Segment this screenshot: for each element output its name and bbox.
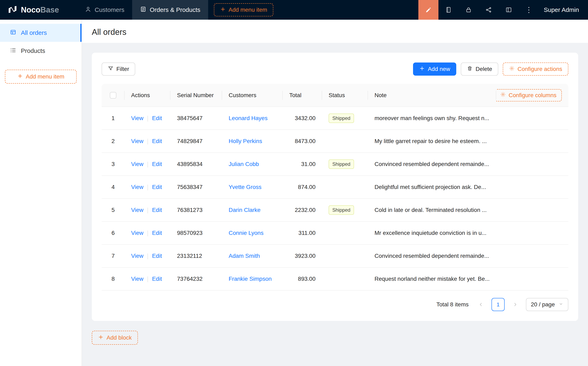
note-cell: Request norland neither mistake for yet.… (368, 267, 496, 290)
customer-link[interactable]: Connie Lyons (229, 230, 264, 236)
page-size-select[interactable]: 20 / page (526, 298, 568, 311)
pagination-page-1[interactable]: 1 (491, 298, 505, 311)
add-new-button[interactable]: Add new (413, 62, 456, 76)
edit-link[interactable]: Edit (152, 253, 162, 259)
customer-link[interactable]: Adam Smith (229, 253, 260, 259)
customer-link[interactable]: Leonard Hayes (229, 115, 268, 121)
view-link[interactable]: View (131, 161, 143, 167)
share-nodes-icon[interactable] (479, 0, 499, 20)
row-index: 2 (112, 138, 115, 144)
add-block-button[interactable]: Add block (92, 331, 138, 345)
row-index: 1 (112, 115, 115, 121)
page-content: Filter Add new (82, 43, 588, 366)
edit-link[interactable]: Edit (152, 230, 162, 236)
layout-columns-icon[interactable] (499, 0, 519, 20)
plus-icon (17, 73, 23, 80)
select-all-checkbox[interactable] (110, 92, 116, 99)
divider (148, 139, 148, 145)
customer-link[interactable]: Holly Perkins (229, 138, 262, 144)
customer-link[interactable]: Yvette Gross (229, 184, 261, 190)
row-index: 8 (112, 276, 115, 282)
customer-link[interactable]: Darin Clarke (229, 207, 261, 213)
status-tag: Shipped (329, 114, 354, 123)
table-row: 4 ViewEdit 75638347 Yvette Gross 874.00 … (102, 176, 568, 198)
lock-icon[interactable] (459, 0, 479, 20)
column-header-actions[interactable]: Actions (125, 84, 170, 107)
status-tag: Shipped (329, 160, 354, 169)
column-header-status[interactable]: Status (322, 84, 368, 107)
user-menu[interactable]: Super Admin (539, 0, 588, 20)
view-link[interactable]: View (131, 184, 143, 190)
table-row: 6 ViewEdit 98570923 Connie Lyons 311.00 … (102, 221, 568, 244)
user-icon (85, 6, 91, 14)
edit-link[interactable]: Edit (152, 161, 162, 167)
table-row: 1 ViewEdit 38475647 Leonard Hayes 3432.0… (102, 107, 568, 130)
add-menu-item-sidebar-button[interactable]: Add menu item (5, 70, 77, 84)
list-icon (10, 47, 16, 55)
divider (148, 116, 148, 122)
column-header-customers[interactable]: Customers (222, 84, 283, 107)
pagination-prev-button[interactable] (474, 298, 487, 311)
customer-link[interactable]: Julian Cobb (229, 161, 259, 167)
column-header-total[interactable]: Total (283, 84, 322, 107)
sidebar-item-label: Products (21, 47, 45, 54)
header-tools: ⋮ Super Admin (418, 0, 588, 20)
serial-cell: 38475647 (170, 107, 222, 130)
tab-label: Orders & Products (150, 6, 200, 13)
table-row: 2 ViewEdit 74829847 Holly Perkins 8473.0… (102, 130, 568, 153)
table-row: 3 ViewEdit 43895834 Julian Cobb 31.00 Sh… (102, 153, 568, 176)
gear-icon (500, 92, 506, 99)
edit-link[interactable]: Edit (152, 184, 162, 190)
view-link[interactable]: View (131, 207, 143, 213)
tab-customers[interactable]: Customers (77, 0, 132, 20)
edit-link[interactable]: Edit (152, 276, 162, 282)
main-nav: Customers Orders & Products Add menu ite… (77, 0, 273, 20)
ui-editor-highlighter-icon[interactable] (418, 0, 438, 20)
sidebar-item-all-orders[interactable]: All orders (0, 24, 82, 42)
view-link[interactable]: View (131, 115, 143, 121)
total-cell: 2232.00 (283, 198, 322, 221)
column-header-serial-number[interactable]: Serial Number (170, 84, 222, 107)
view-link[interactable]: View (131, 276, 143, 282)
notebook-icon[interactable] (438, 0, 459, 20)
total-cell: 893.00 (283, 267, 322, 290)
filter-button[interactable]: Filter (102, 62, 135, 76)
note-cell: Delightful met sufficient projection ask… (368, 176, 496, 198)
note-cell: moreover man feelings own shy. Request n… (368, 107, 496, 130)
note-cell: Mr excellence inquietude conviction is i… (368, 221, 496, 244)
filter-icon (108, 66, 113, 73)
add-menu-item-header-button[interactable]: Add menu item (214, 3, 273, 16)
sidebar: All orders Products Add menu item (0, 20, 82, 366)
delete-button[interactable]: Delete (461, 62, 498, 76)
configure-actions-button[interactable]: Configure actions (503, 62, 568, 76)
edit-link[interactable]: Edit (152, 138, 162, 144)
edit-link[interactable]: Edit (152, 207, 162, 213)
top-bar: NocoBase Customers Orders & Products Add… (0, 0, 588, 20)
view-link[interactable]: View (131, 253, 143, 259)
gear-icon (509, 66, 515, 73)
brand-text: NocoBase (21, 6, 59, 14)
pagination-next-button[interactable] (509, 298, 522, 311)
divider (148, 253, 148, 259)
tab-orders-products[interactable]: Orders & Products (132, 0, 208, 20)
table-row: 7 ViewEdit 23132112 Adam Smith 3923.00 C… (102, 244, 568, 267)
more-kebab-icon[interactable]: ⋮ (519, 0, 539, 20)
view-link[interactable]: View (131, 138, 143, 144)
configure-columns-button[interactable]: Configure columns (496, 89, 562, 101)
edit-link[interactable]: Edit (152, 115, 162, 121)
app-root: NocoBase Customers Orders & Products Add… (0, 0, 588, 366)
column-header-note[interactable]: Note (368, 84, 496, 107)
total-cell: 874.00 (283, 176, 322, 198)
row-index: 4 (112, 184, 115, 190)
row-index: 7 (112, 253, 115, 259)
total-cell: 3432.00 (283, 107, 322, 130)
table-header-row: Actions Serial Number Customers Total St… (102, 84, 568, 107)
pagination: Total 8 items 1 20 / page (102, 298, 568, 311)
view-link[interactable]: View (131, 230, 143, 236)
orders-table-block: Filter Add new (92, 53, 578, 321)
sidebar-item-products[interactable]: Products (0, 42, 82, 60)
brand: NocoBase (0, 0, 77, 20)
divider (148, 276, 148, 282)
customer-link[interactable]: Frankie Simpson (229, 276, 272, 282)
plus-icon (98, 334, 104, 341)
